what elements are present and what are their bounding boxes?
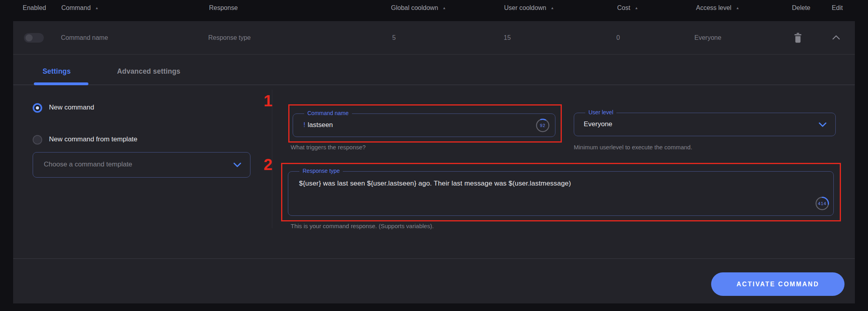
command-template-select[interactable]: Choose a command template xyxy=(33,152,250,178)
command-name-label: Command name xyxy=(304,110,352,116)
active-tab-indicator xyxy=(34,82,88,85)
chevron-down-icon xyxy=(233,162,241,167)
response-textarea[interactable]: Response type ${user} was last seen ${us… xyxy=(288,171,834,216)
command-name-helper: What triggers the response? xyxy=(291,144,366,151)
radio-new-command[interactable] xyxy=(33,103,42,113)
row-command-name: Command name xyxy=(61,34,108,41)
column-header-enabled: Enabled xyxy=(23,4,46,12)
tab-settings[interactable]: Settings xyxy=(43,67,71,76)
row-response-type: Response type xyxy=(208,34,251,41)
user-level-value: Everyone xyxy=(584,120,612,128)
chevron-up-icon xyxy=(832,35,841,40)
tab-advanced-settings[interactable]: Advanced settings xyxy=(117,67,180,76)
settings-tabbar: Settings Advanced settings xyxy=(13,55,855,85)
column-header-cost[interactable]: Cost▲ xyxy=(617,4,638,12)
radio-new-command-label[interactable]: New command xyxy=(49,104,94,111)
delete-command-button[interactable] xyxy=(794,33,802,43)
char-counter-value: 414 xyxy=(815,201,829,206)
response-value: ${user} was last seen ${user.lastseen} a… xyxy=(299,180,805,188)
sort-asc-icon: ▲ xyxy=(635,6,638,10)
annotation-step-2: 2 xyxy=(264,156,272,172)
command-name-input[interactable]: Command name !lastseen 92 xyxy=(293,113,555,137)
sort-asc-icon: ▲ xyxy=(442,6,446,10)
sort-asc-icon: ▲ xyxy=(736,6,739,10)
panel-footer: ACTIVATE COMMAND xyxy=(13,258,855,303)
sort-asc-icon: ▲ xyxy=(551,6,554,10)
row-access-level: Everyone xyxy=(694,34,721,41)
column-header-access-level[interactable]: Access level▲ xyxy=(696,4,739,12)
activate-command-button[interactable]: ACTIVATE COMMAND xyxy=(711,272,845,296)
column-header-response: Response xyxy=(209,4,238,12)
column-header-command[interactable]: Command▲ xyxy=(61,4,99,12)
row-cost: 0 xyxy=(616,34,620,41)
command-summary-row: Command name Response type 5 15 0 Everyo… xyxy=(13,21,855,55)
chevron-down-icon xyxy=(819,122,827,127)
char-counter: 414 xyxy=(815,196,829,211)
template-select-placeholder: Choose a command template xyxy=(44,160,132,168)
response-helper: This is your command response. (Supports… xyxy=(291,223,434,229)
trash-icon xyxy=(794,33,802,43)
column-header-access-level-label: Access level xyxy=(696,4,731,11)
column-header-user-cooldown-label: User cooldown xyxy=(504,4,546,11)
sort-asc-icon: ▲ xyxy=(95,6,99,10)
column-header-command-label: Command xyxy=(61,4,91,11)
column-header-global-cooldown[interactable]: Global cooldown▲ xyxy=(391,4,446,12)
user-level-label: User level xyxy=(585,109,616,115)
command-prefix: ! xyxy=(303,121,305,129)
command-editor-screen: Enabled Command▲ Response Global cooldow… xyxy=(0,0,868,311)
enabled-toggle[interactable] xyxy=(24,33,44,43)
radio-selected-dot xyxy=(36,106,39,110)
toggle-knob xyxy=(25,34,33,41)
user-level-helper: Minimum userlevel to execute the command… xyxy=(574,144,692,151)
char-counter-value: 92 xyxy=(536,123,550,128)
column-header-delete: Delete xyxy=(792,4,810,12)
collapse-row-button[interactable] xyxy=(832,35,841,40)
annotation-step-1: 1 xyxy=(264,93,272,109)
radio-new-command-from-template[interactable] xyxy=(33,135,42,145)
command-row-panel: Command name Response type 5 15 0 Everyo… xyxy=(13,21,855,303)
response-type-label: Response type xyxy=(299,168,343,174)
user-level-select[interactable]: User level Everyone xyxy=(574,113,836,136)
command-name-value: lastseen xyxy=(308,121,333,129)
row-global-cooldown: 5 xyxy=(392,34,396,41)
column-header-edit: Edit xyxy=(832,4,843,12)
radio-from-template-label[interactable]: New command from template xyxy=(49,135,137,143)
column-header-global-cooldown-label: Global cooldown xyxy=(391,4,438,11)
column-header-user-cooldown[interactable]: User cooldown▲ xyxy=(504,4,554,12)
column-header-cost-label: Cost xyxy=(617,4,630,11)
row-user-cooldown: 15 xyxy=(504,34,511,41)
char-counter: 92 xyxy=(536,118,550,133)
